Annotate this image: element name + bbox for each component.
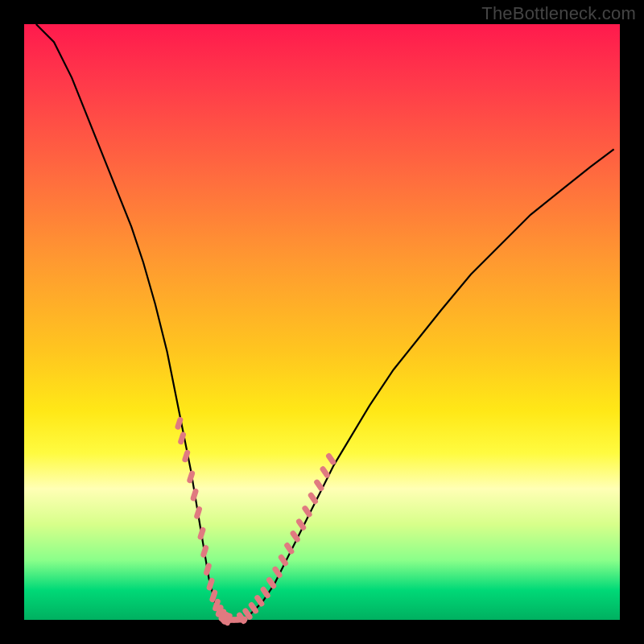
curve-marker [200, 544, 209, 558]
bottleneck-curve [36, 24, 614, 620]
markers-bottom [221, 617, 248, 623]
curve-marker [197, 526, 207, 540]
markers-right [236, 452, 337, 625]
curve-marker [271, 565, 283, 579]
curve-marker [319, 465, 331, 479]
curve-marker [283, 542, 295, 555]
plot-area [24, 24, 620, 620]
watermark-label: TheBottleneck.com [481, 3, 636, 24]
curve-layer [24, 24, 620, 620]
curve-marker [206, 577, 216, 591]
curve-marker [295, 518, 308, 531]
curve-marker [193, 506, 203, 519]
curve-marker [203, 562, 213, 576]
curve-marker [186, 470, 196, 484]
curve-marker [289, 530, 301, 543]
curve-marker [190, 488, 200, 502]
curve-marker [234, 617, 247, 622]
chart-frame: TheBottleneck.com [0, 0, 644, 644]
curve-marker [277, 553, 289, 567]
markers-left [175, 416, 233, 626]
